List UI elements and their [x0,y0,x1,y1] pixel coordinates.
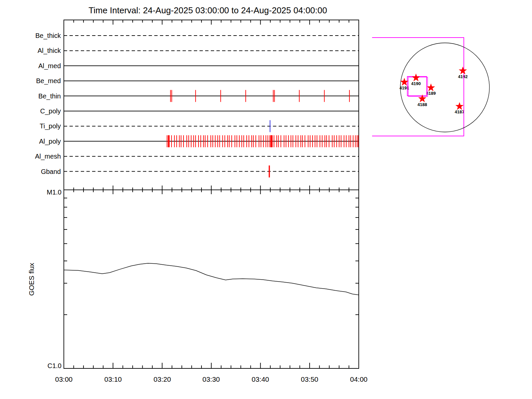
fov-rect [372,38,464,136]
plot-canvas [0,0,532,399]
active-region-star-4187 [456,102,464,110]
goes-panel-frame [64,190,359,368]
goes-flux-curve [64,263,359,295]
active-region-star-4189 [427,83,435,91]
active-region-star-4192 [459,66,467,74]
solar-limb-circle [400,43,489,132]
filter-panel-frame [64,20,359,190]
active-region-star-4190 [412,73,420,81]
screenshot-root: Time Interval: 24-Aug-2025 03:00:00 to 2… [0,0,532,399]
